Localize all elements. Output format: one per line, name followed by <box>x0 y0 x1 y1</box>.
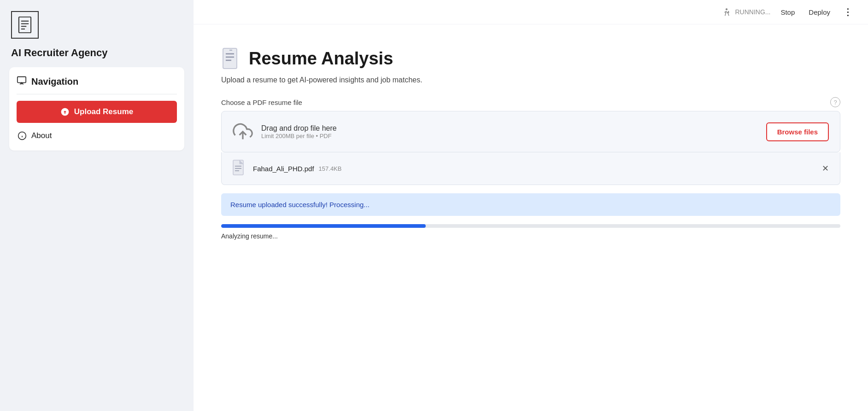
file-limit-text: Limit 200MB per file • PDF <box>261 133 337 139</box>
help-button[interactable]: ? <box>830 97 840 107</box>
about-label: About <box>31 131 52 140</box>
content-area: Resume Analysis Upload a resume to get A… <box>194 24 868 262</box>
drag-drop-text: Drag and drop file here <box>261 124 337 133</box>
running-indicator: RUNNING... <box>722 7 770 17</box>
progress-bar-fill <box>221 224 426 228</box>
app-logo <box>11 11 39 39</box>
sidebar: AI Recruiter Agency Navigation Upload Re… <box>0 0 194 411</box>
drop-zone[interactable]: Drag and drop file here Limit 200MB per … <box>221 111 840 152</box>
file-item: Fahad_Ali_PHD.pdf 157.4KB ✕ <box>221 152 840 185</box>
success-message: Resume uploaded successfully! Processing… <box>230 201 369 208</box>
cloud-upload-icon <box>233 122 253 142</box>
svg-rect-11 <box>223 48 237 69</box>
file-name: Fahad_Ali_PHD.pdf <box>253 165 314 173</box>
info-icon <box>18 131 27 140</box>
stop-button[interactable]: Stop <box>777 6 798 18</box>
file-size: 157.4KB <box>319 165 342 172</box>
progress-label: Analyzing resume... <box>221 232 840 240</box>
remove-file-button[interactable]: ✕ <box>822 163 829 174</box>
about-item[interactable]: About <box>17 129 177 142</box>
file-icon <box>233 160 253 177</box>
running-icon <box>722 7 731 17</box>
nav-label: Navigation <box>31 76 78 87</box>
drop-zone-content: Drag and drop file here Limit 200MB per … <box>233 122 337 142</box>
svg-rect-5 <box>18 77 26 83</box>
drop-zone-text: Drag and drop file here Limit 200MB per … <box>261 124 337 139</box>
progress-bar-track <box>221 224 840 228</box>
main-panel: RUNNING... Stop Deploy ⋮ Resume Analysis… <box>194 0 868 411</box>
nav-card: Navigation Upload Resume About <box>9 67 184 151</box>
nav-header: Navigation <box>17 75 177 94</box>
more-menu-button[interactable]: ⋮ <box>840 5 855 19</box>
file-section-label-row: Choose a PDF resume file ? <box>221 97 840 107</box>
progress-container: Analyzing resume... <box>221 224 840 240</box>
browse-files-button[interactable]: Browse files <box>766 122 829 141</box>
upload-resume-label: Upload Resume <box>74 107 133 116</box>
app-title: AI Recruiter Agency <box>9 47 184 59</box>
page-title-row: Resume Analysis <box>221 46 840 70</box>
resume-icon <box>221 46 241 70</box>
deploy-button[interactable]: Deploy <box>805 6 834 18</box>
upload-resume-button[interactable]: Upload Resume <box>17 101 177 123</box>
svg-rect-0 <box>19 17 31 33</box>
file-section-label: Choose a PDF resume file <box>221 98 302 106</box>
page-subtitle: Upload a resume to get AI-powered insigh… <box>221 76 840 84</box>
monitor-icon <box>17 75 27 87</box>
svg-point-10 <box>726 8 727 10</box>
running-status: RUNNING... <box>735 8 770 16</box>
success-banner: Resume uploaded successfully! Processing… <box>221 193 840 216</box>
topbar: RUNNING... Stop Deploy ⋮ <box>194 0 868 24</box>
page-title: Resume Analysis <box>249 49 393 69</box>
